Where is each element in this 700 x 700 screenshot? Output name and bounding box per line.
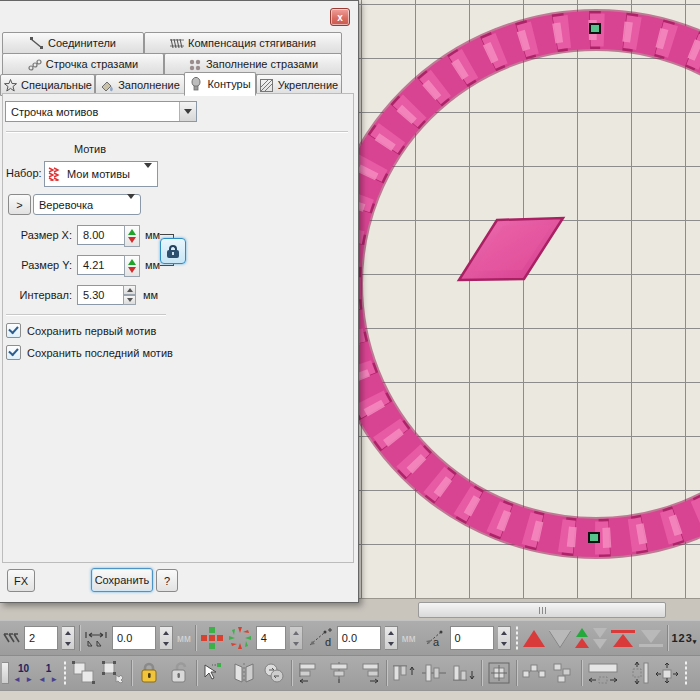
horizontal-scrollbar[interactable] (418, 602, 666, 618)
spacing-spinner[interactable] (123, 285, 136, 305)
triangle-gray-bar-icon[interactable] (639, 630, 663, 647)
clipped-widget (2, 662, 9, 684)
motif-set-combobox[interactable]: Мои мотивы (44, 161, 158, 187)
ungroup-button[interactable] (101, 660, 127, 686)
break-apart-button[interactable] (551, 660, 577, 686)
repeats-spinner[interactable] (62, 626, 75, 650)
spin-up-icon (128, 259, 136, 265)
size-x-spinner[interactable] (124, 225, 140, 247)
size-y-field[interactable]: 4.21 (77, 255, 128, 275)
triangle-red-bar-icon[interactable] (611, 630, 635, 647)
divider (386, 660, 387, 686)
motif-star-icon[interactable] (228, 626, 252, 650)
swap-button[interactable] (261, 660, 287, 686)
angle-input[interactable]: 0 (450, 626, 494, 650)
keep-first-motif-checkbox[interactable]: Сохранить первый мотив (6, 323, 156, 338)
motif-cross-icon[interactable] (200, 626, 224, 650)
size-x-field[interactable]: 8.00 (77, 225, 128, 245)
close-button[interactable]: x (330, 8, 350, 26)
spin-up-icon (123, 285, 136, 295)
nudge-1-control[interactable]: 1 ◄ ► (38, 663, 59, 684)
tab-label: Контуры (207, 78, 250, 90)
repeats-input[interactable]: 2 (24, 626, 58, 650)
size-y-unit: мм (145, 259, 160, 271)
selection-handle-bottom[interactable] (589, 533, 599, 542)
align-bottom-button[interactable] (451, 660, 477, 686)
status-bar (0, 690, 700, 700)
spin-down-icon (123, 295, 136, 305)
help-button[interactable]: ? (156, 569, 178, 592)
align-center-button[interactable] (326, 660, 352, 686)
size-y-spinner[interactable] (124, 255, 140, 277)
rope-circle-object[interactable] (331, 19, 700, 549)
tab-label: Специальные (21, 79, 92, 91)
space-evenly-button[interactable] (654, 660, 680, 686)
outlines-icon (189, 78, 203, 91)
space-horizontal-button[interactable] (586, 660, 620, 686)
arrange-toolbar: 10 ◄ ► 1 ◄ ► (0, 655, 700, 690)
tab-label: Строчка стразами (46, 58, 138, 70)
align-right-button[interactable] (356, 660, 382, 686)
mirror-button[interactable] (231, 660, 257, 686)
angle-spinner[interactable] (498, 626, 511, 650)
toolbar-grip[interactable] (63, 660, 67, 686)
tab-connectors[interactable]: Соединители (2, 32, 144, 54)
tab-outlines[interactable]: Контуры (184, 72, 256, 96)
align-middle-button[interactable] (421, 660, 447, 686)
count-input[interactable]: 4 (256, 626, 286, 650)
align-top-button[interactable] (391, 660, 417, 686)
triangle-down-gray-icon[interactable] (549, 630, 571, 647)
group-button[interactable] (71, 660, 97, 686)
triangle-up-red-icon[interactable] (523, 630, 545, 647)
browse-motif-button[interactable]: > (8, 194, 31, 215)
chevron-down-icon (179, 102, 196, 121)
spacing-input[interactable]: 0.0 (112, 626, 156, 650)
spin-down-icon (128, 267, 136, 273)
lock-button[interactable] (136, 660, 162, 686)
fx-button[interactable]: FX (7, 569, 35, 592)
lock-icon (167, 245, 179, 258)
keep-last-motif-checkbox[interactable]: Сохранить последний мотив (6, 345, 173, 360)
motif-name-combobox[interactable]: Веревочка (33, 194, 141, 215)
tab-pull-compensation[interactable]: Компенсация стягивания (144, 32, 342, 54)
triangle-green-red-icon[interactable] (575, 628, 589, 648)
run-zigzag-icon (2, 631, 20, 645)
align-left-button[interactable] (296, 660, 322, 686)
unlock-button[interactable] (166, 660, 192, 686)
proportional-lock-button[interactable] (160, 238, 186, 264)
selection-handle-top[interactable] (590, 24, 600, 33)
space-vertical-button[interactable] (624, 660, 650, 686)
svg-text:a: a (433, 636, 440, 648)
toolbar-grip[interactable] (515, 625, 519, 651)
stitch-numbers-icon[interactable]: 123▾ (672, 630, 698, 646)
divider (581, 660, 582, 686)
tab-label: Заполнение стразами (206, 58, 318, 70)
diamond-motif-object[interactable] (459, 218, 563, 280)
divider (291, 660, 292, 686)
offset-spinner[interactable] (385, 626, 398, 650)
spacing-unit: мм (143, 289, 158, 301)
tab-rhinestone-run[interactable]: Строчка стразами (2, 53, 164, 75)
left-right-arrows-icon: ◄ ► (13, 675, 34, 684)
divider (516, 660, 517, 686)
size-x-unit: мм (145, 229, 160, 241)
center-design-button[interactable] (486, 660, 512, 686)
spacing-spinner[interactable] (160, 626, 173, 650)
reshape-button[interactable] (201, 660, 227, 686)
distribute-shapes-button[interactable] (521, 660, 547, 686)
unit-label: мм (177, 633, 191, 644)
toolbar-grip[interactable] (684, 660, 688, 686)
tab-label: Компенсация стягивания (188, 37, 316, 49)
checkbox-label: Сохранить последний мотив (27, 347, 173, 359)
triangle-double-gray-icon[interactable] (593, 628, 607, 649)
stitch-type-combobox[interactable]: Строчка мотивов (5, 101, 197, 122)
chevron-down-icon (144, 168, 152, 180)
save-button[interactable]: Сохранить (91, 568, 153, 592)
reinforce-icon (260, 79, 274, 92)
left-right-arrows-icon: ◄ ► (38, 675, 59, 684)
spacing-field[interactable]: 5.30 (77, 285, 128, 305)
count-spinner[interactable] (290, 626, 303, 650)
divider (196, 660, 197, 686)
nudge-10-control[interactable]: 10 ◄ ► (13, 663, 34, 684)
offset-input[interactable]: 0.0 (337, 626, 381, 650)
